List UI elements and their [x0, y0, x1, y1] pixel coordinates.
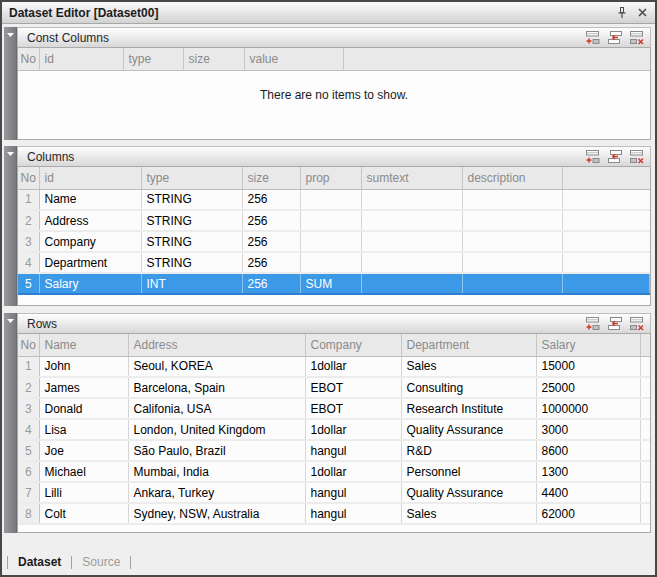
cell[interactable]: 1dollar — [305, 356, 401, 377]
cell[interactable]: Sydney, NSW, Australia — [128, 503, 305, 524]
cell[interactable]: 25000 — [536, 377, 640, 398]
insert-row-button[interactable] — [607, 149, 623, 164]
column-header-no[interactable]: No — [18, 48, 39, 70]
cell[interactable]: Mumbai, India — [128, 461, 305, 482]
column-header-size[interactable]: size — [242, 167, 300, 189]
tab-dataset[interactable]: Dataset — [8, 555, 71, 569]
row-number[interactable]: 2 — [18, 377, 39, 398]
table-row[interactable]: 7LilliAnkara, TurkeyhangulQuality Assura… — [18, 482, 650, 503]
row-number[interactable]: 1 — [18, 189, 39, 210]
column-header-no[interactable]: No — [18, 167, 39, 189]
column-header-type[interactable]: type — [141, 167, 242, 189]
cell[interactable] — [462, 210, 562, 231]
column-header-address[interactable]: Address — [128, 334, 305, 356]
column-header-value[interactable]: value — [244, 48, 343, 70]
column-header-id[interactable]: id — [39, 48, 123, 70]
table-row[interactable]: 4LisaLondon, United Kingdom1dollarQualit… — [18, 419, 650, 440]
column-header-description[interactable]: description — [462, 167, 562, 189]
cell[interactable]: Personnel — [401, 461, 536, 482]
cell[interactable]: Name — [39, 189, 141, 210]
table-row[interactable]: 8ColtSydney, NSW, AustraliahangulSales62… — [18, 503, 650, 524]
cell[interactable]: hangul — [305, 482, 401, 503]
cell[interactable] — [300, 231, 361, 252]
cell[interactable]: R&D — [401, 440, 536, 461]
cell[interactable]: Research Institute — [401, 398, 536, 419]
cell[interactable]: EBOT — [305, 398, 401, 419]
delete-row-button[interactable] — [629, 149, 645, 164]
cell[interactable] — [462, 231, 562, 252]
table-row[interactable]: 2JamesBarcelona, SpainEBOTConsulting2500… — [18, 377, 650, 398]
cell[interactable]: 15000 — [536, 356, 640, 377]
column-header-company[interactable]: Company — [305, 334, 401, 356]
cell[interactable]: hangul — [305, 440, 401, 461]
table-row[interactable]: 3DonaldCalifonia, USAEBOTResearch Instit… — [18, 398, 650, 419]
cell[interactable]: EBOT — [305, 377, 401, 398]
cell[interactable]: 8600 — [536, 440, 640, 461]
cell[interactable]: 1000000 — [536, 398, 640, 419]
cell[interactable]: 3000 — [536, 419, 640, 440]
cell[interactable]: 256 — [242, 189, 300, 210]
cell[interactable]: Lilli — [39, 482, 128, 503]
cell[interactable] — [300, 210, 361, 231]
cell[interactable]: SUM — [300, 273, 361, 294]
cell[interactable] — [462, 189, 562, 210]
cell[interactable]: 1300 — [536, 461, 640, 482]
cell[interactable]: Donald — [39, 398, 128, 419]
cell[interactable]: Barcelona, Spain — [128, 377, 305, 398]
cell[interactable]: Sales — [401, 503, 536, 524]
row-number[interactable]: 5 — [18, 440, 39, 461]
cell[interactable]: STRING — [141, 252, 242, 273]
row-number[interactable]: 5 — [18, 273, 39, 294]
cell[interactable]: Sales — [401, 356, 536, 377]
table-row[interactable]: 5SalaryINT256SUM — [18, 273, 650, 294]
cell[interactable]: Company — [39, 231, 141, 252]
row-number[interactable]: 7 — [18, 482, 39, 503]
rows-collapse-strip[interactable] — [4, 313, 17, 533]
cell[interactable]: 1dollar — [305, 461, 401, 482]
close-button[interactable] — [637, 7, 648, 18]
cell[interactable] — [361, 231, 462, 252]
pin-button[interactable] — [616, 6, 628, 19]
insert-row-button[interactable] — [607, 316, 623, 331]
cell[interactable]: 256 — [242, 252, 300, 273]
row-number[interactable]: 2 — [18, 210, 39, 231]
cell[interactable] — [361, 210, 462, 231]
cell[interactable] — [300, 252, 361, 273]
cell[interactable] — [462, 252, 562, 273]
cell[interactable] — [462, 273, 562, 294]
row-number[interactable]: 3 — [18, 231, 39, 252]
table-row[interactable]: 6MichaelMumbai, India1dollarPersonnel130… — [18, 461, 650, 482]
add-row-button[interactable] — [585, 30, 601, 45]
delete-row-button[interactable] — [629, 316, 645, 331]
cell[interactable] — [361, 252, 462, 273]
cell[interactable]: INT — [141, 273, 242, 294]
cell[interactable]: John — [39, 356, 128, 377]
column-header-prop[interactable]: prop — [300, 167, 361, 189]
row-number[interactable]: 3 — [18, 398, 39, 419]
column-header-no[interactable]: No — [18, 334, 39, 356]
row-number[interactable]: 4 — [18, 419, 39, 440]
table-row[interactable]: 2AddressSTRING256 — [18, 210, 650, 231]
cell[interactable]: STRING — [141, 210, 242, 231]
table-row[interactable]: 3CompanySTRING256 — [18, 231, 650, 252]
column-header-department[interactable]: Department — [401, 334, 536, 356]
cell[interactable]: Quality Assurance — [401, 419, 536, 440]
columns-collapse-strip[interactable] — [4, 146, 17, 306]
column-header-salary[interactable]: Salary — [536, 334, 640, 356]
cell[interactable]: London, United Kingdom — [128, 419, 305, 440]
cell[interactable]: Lisa — [39, 419, 128, 440]
cell[interactable] — [300, 189, 361, 210]
column-header-id[interactable]: id — [39, 167, 141, 189]
cell[interactable]: Colt — [39, 503, 128, 524]
table-row[interactable]: 5JoeSão Paulo, BrazilhangulR&D8600 — [18, 440, 650, 461]
row-number[interactable]: 4 — [18, 252, 39, 273]
tab-source[interactable]: Source — [72, 555, 130, 569]
column-header-size[interactable]: size — [183, 48, 244, 70]
cell[interactable]: Seoul, KOREA — [128, 356, 305, 377]
cell[interactable] — [361, 189, 462, 210]
delete-row-button[interactable] — [629, 30, 645, 45]
cell[interactable]: 256 — [242, 273, 300, 294]
cell[interactable]: James — [39, 377, 128, 398]
table-row[interactable]: 4DepartmentSTRING256 — [18, 252, 650, 273]
cell[interactable]: Califonia, USA — [128, 398, 305, 419]
